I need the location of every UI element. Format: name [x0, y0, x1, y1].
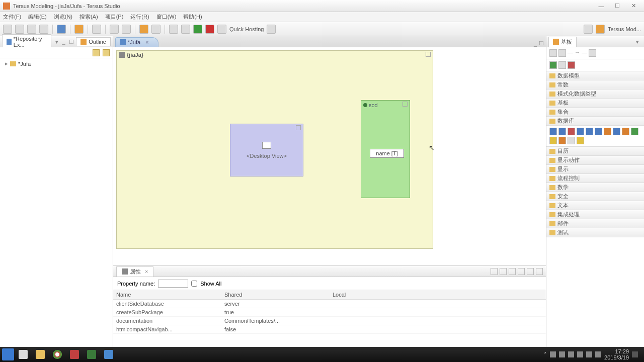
close-button[interactable]: ✕ — [626, 2, 641, 11]
notifications-icon[interactable] — [632, 351, 638, 357]
perspective-icon[interactable] — [584, 25, 593, 34]
shape-c[interactable] — [568, 128, 575, 135]
tray-icon[interactable] — [595, 351, 601, 357]
menu-run[interactable]: 运行(R) — [130, 13, 149, 21]
properties-table[interactable]: Name Shared Local clientSideDatabaseserv… — [113, 290, 546, 351]
palette-folder[interactable]: 流程控制 — [546, 174, 644, 183]
shape-j[interactable] — [631, 128, 638, 135]
node-corner-icon[interactable] — [403, 102, 408, 107]
palette-folder[interactable]: 数据库 — [546, 117, 644, 126]
undo-button[interactable] — [110, 25, 119, 34]
link-icon[interactable] — [93, 49, 100, 56]
tray-icon[interactable] — [559, 351, 565, 357]
table-row[interactable]: documentationCommon/Templates/... — [113, 317, 546, 325]
tool-link[interactable] — [589, 49, 596, 57]
palette-folder[interactable]: 安全 — [546, 192, 644, 201]
tool-e[interactable] — [151, 25, 160, 34]
hosting-menu[interactable] — [267, 25, 276, 34]
node-desktop-view[interactable]: <Desktop View> — [230, 124, 303, 176]
app-b-button[interactable] — [84, 348, 100, 361]
tool-marquee[interactable] — [558, 49, 566, 57]
editor-max-icon[interactable]: ☐ — [539, 40, 544, 47]
palette-tab[interactable]: 基板 — [548, 37, 577, 47]
clock[interactable]: 17:29 2019/3/19 — [604, 348, 629, 360]
menu-search[interactable]: 搜索(A) — [79, 13, 98, 21]
canvas-area[interactable]: {jiaJa} <Desktop View> sod name [T] — [113, 47, 546, 265]
tray-icon[interactable] — [550, 351, 556, 357]
col-local[interactable]: Local — [330, 290, 546, 300]
menu-window[interactable]: 窗口(W) — [156, 13, 177, 21]
menu-navigate[interactable]: 浏览(N) — [54, 13, 72, 21]
shape-f[interactable] — [595, 128, 602, 135]
repository-tab[interactable]: *Repository Ex... — [2, 34, 51, 49]
shape-i[interactable] — [622, 128, 629, 135]
chrome-button[interactable] — [49, 348, 65, 361]
tool-stop-icon[interactable] — [568, 61, 575, 69]
maximize-button[interactable]: ☐ — [610, 2, 625, 11]
prop-btn-c[interactable] — [509, 268, 516, 275]
minimize-button[interactable]: — — [594, 2, 609, 11]
hosting-label[interactable]: Quick Hosting — [229, 26, 264, 32]
tool-c[interactable] — [92, 25, 101, 34]
palette-folder[interactable]: 基板 — [546, 99, 644, 108]
shape-l[interactable] — [558, 137, 566, 144]
shape-n[interactable] — [577, 137, 584, 144]
repository-tree[interactable]: ▸ *Jufa — [0, 58, 113, 351]
tray-icon[interactable] — [568, 351, 574, 357]
menu-help[interactable]: 帮助(H) — [183, 13, 202, 21]
tray-icon[interactable] — [586, 351, 592, 357]
palette-folder[interactable]: 集成处理 — [546, 210, 644, 219]
view-min-icon[interactable]: _ — [62, 39, 67, 45]
palette-folder[interactable]: 集合 — [546, 108, 644, 117]
shape-k[interactable] — [549, 137, 557, 144]
properties-tab[interactable]: 属性 × — [116, 266, 153, 277]
taskview-button[interactable] — [15, 348, 31, 361]
node-sod[interactable]: sod name [T] — [361, 100, 410, 198]
palette-menu-icon[interactable]: ▾ — [636, 39, 642, 45]
editor-min-icon[interactable]: _ — [534, 41, 537, 47]
tool-run-icon[interactable] — [549, 61, 557, 69]
palette-folder[interactable]: 数学 — [546, 183, 644, 192]
editor-tab-jufa[interactable]: *Jufa × — [115, 37, 158, 47]
zoom-in-button[interactable] — [169, 25, 178, 34]
close-icon[interactable]: × — [145, 268, 148, 275]
palette-folder[interactable]: 显示动作 — [546, 156, 644, 165]
palette-folder[interactable]: 文本 — [546, 201, 644, 210]
expand-icon[interactable]: ▸ — [5, 60, 8, 67]
saveall-button[interactable] — [27, 25, 36, 34]
shape-h[interactable] — [613, 128, 620, 135]
palette-folder[interactable]: 模式化数据类型 — [546, 89, 644, 99]
col-shared[interactable]: Shared — [221, 290, 330, 300]
palette-folder[interactable]: 显示 — [546, 165, 644, 174]
col-name[interactable]: Name — [113, 290, 221, 300]
tray-icon[interactable] — [577, 351, 583, 357]
palette-folder[interactable]: 测试 — [546, 228, 644, 237]
shape-m[interactable] — [568, 137, 575, 144]
menu-project[interactable]: 项目(P) — [105, 13, 124, 21]
tool-b[interactable] — [74, 25, 84, 34]
perspective-label[interactable]: Tersus Mod... — [608, 26, 641, 32]
prop-btn-d[interactable] — [518, 268, 525, 275]
palette-folder[interactable]: 常数 — [546, 80, 644, 89]
table-row[interactable]: createSubPackagetrue — [113, 308, 546, 317]
prop-btn-a[interactable] — [491, 268, 498, 275]
node-corner-icon[interactable] — [296, 125, 301, 130]
start-button[interactable] — [2, 348, 14, 360]
tray-up-icon[interactable]: ˄ — [544, 351, 547, 358]
tool-select[interactable] — [549, 49, 557, 57]
showall-checkbox[interactable] — [191, 281, 197, 287]
save-button[interactable] — [15, 25, 24, 34]
run-button[interactable] — [193, 25, 202, 34]
new-button[interactable] — [3, 25, 12, 34]
zoom-out-button[interactable] — [181, 25, 190, 34]
canvas-corner-icon[interactable] — [426, 52, 431, 57]
tool-d[interactable] — [139, 25, 148, 34]
shape-a[interactable] — [549, 128, 557, 135]
stop-button[interactable] — [205, 25, 214, 34]
print-button[interactable] — [39, 25, 48, 34]
tool-step-icon[interactable] — [558, 61, 566, 69]
palette-folder[interactable]: 邮件 — [546, 219, 644, 228]
shape-g[interactable] — [604, 128, 611, 135]
explorer-button[interactable] — [32, 348, 48, 361]
menu-file[interactable]: 文件(F) — [3, 13, 21, 21]
